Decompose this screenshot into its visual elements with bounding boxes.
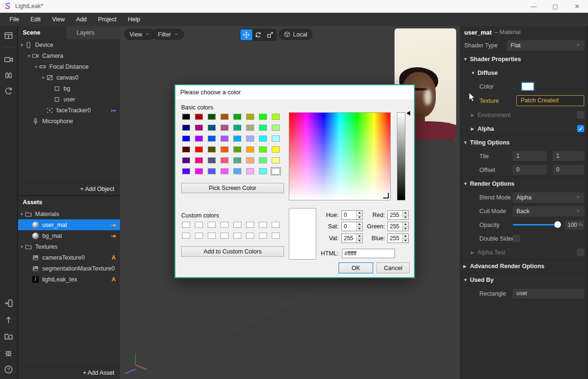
tile-x-field[interactable]: 1: [513, 151, 547, 161]
debug-icon[interactable]: [4, 348, 13, 358]
basic-color-19[interactable]: [220, 135, 230, 143]
basic-color-31[interactable]: [271, 145, 281, 153]
local-space-button[interactable]: Local: [279, 29, 312, 40]
basic-color-17[interactable]: [194, 135, 204, 143]
move-tool-button[interactable]: [240, 29, 252, 40]
spin-down[interactable]: [402, 238, 408, 243]
basic-color-5[interactable]: [245, 113, 255, 121]
offset-y-field[interactable]: 0: [552, 165, 584, 175]
basic-color-11[interactable]: [220, 124, 230, 132]
basic-color-46[interactable]: [258, 167, 268, 175]
custom-color-14[interactable]: [258, 232, 268, 240]
expand-arrow-icon[interactable]: ▾: [19, 212, 25, 217]
spin-up[interactable]: [356, 234, 362, 238]
tree-item-bg[interactable]: bg: [18, 83, 120, 94]
section-diffuse[interactable]: ▼Diffuse: [459, 66, 588, 80]
tree-item-focal-distance[interactable]: ▾Focal Distance: [18, 61, 120, 72]
asset-item-textures[interactable]: ▾Textures: [18, 241, 120, 252]
basic-color-0[interactable]: [181, 113, 191, 121]
custom-color-5[interactable]: [245, 221, 255, 229]
spin-down[interactable]: [356, 238, 362, 243]
camera-icon[interactable]: [4, 55, 13, 64]
basic-color-42[interactable]: [207, 167, 217, 175]
minimize-button[interactable]: —: [523, 0, 544, 13]
tree-item-microphone[interactable]: Microphone: [18, 116, 120, 126]
cancel-button[interactable]: Cancel: [377, 262, 410, 273]
custom-color-6[interactable]: [258, 221, 268, 229]
section-used-by[interactable]: ▼Used By: [459, 273, 588, 287]
basic-color-21[interactable]: [245, 135, 255, 143]
publish-icon[interactable]: [4, 315, 13, 325]
layout-icon[interactable]: [4, 31, 13, 40]
add-folder-icon[interactable]: [4, 332, 13, 341]
custom-color-4[interactable]: [232, 221, 242, 229]
basic-color-47[interactable]: [271, 167, 281, 175]
custom-color-15[interactable]: [271, 232, 281, 240]
red-spinbox[interactable]: 255: [387, 210, 409, 220]
basic-color-30[interactable]: [258, 145, 268, 153]
basic-color-23[interactable]: [271, 135, 281, 143]
hue-spinbox[interactable]: 0: [341, 210, 363, 220]
basic-color-39[interactable]: [271, 156, 281, 164]
basic-color-7[interactable]: [271, 113, 281, 121]
section-render-options[interactable]: ▼Render Options: [459, 177, 588, 190]
asset-item-segmentationmasktexture0[interactable]: segmentationMaskTexture0: [18, 263, 120, 274]
basic-color-41[interactable]: [194, 167, 204, 175]
basic-color-3[interactable]: [220, 113, 230, 121]
opacity-slider[interactable]: [513, 224, 560, 226]
custom-color-10[interactable]: [207, 232, 217, 240]
basic-color-1[interactable]: [194, 113, 204, 121]
basic-color-8[interactable]: [181, 124, 191, 132]
expand-arrow-icon[interactable]: ▾: [33, 64, 39, 69]
hue-saturation-gradient[interactable]: [289, 112, 391, 200]
section-tiling-options[interactable]: ▼Tiling Options: [459, 135, 588, 149]
alpha-test-checkbox[interactable]: [577, 249, 584, 256]
rotate-tool-button[interactable]: [252, 29, 264, 40]
html-input[interactable]: [342, 249, 395, 258]
environment-checkbox[interactable]: [577, 111, 584, 118]
basic-color-13[interactable]: [245, 124, 255, 132]
basic-color-24[interactable]: [181, 145, 191, 153]
basic-color-22[interactable]: [258, 135, 268, 143]
menu-add[interactable]: Add: [71, 13, 92, 26]
add-custom-colors-button[interactable]: Add to Custom Colors: [181, 246, 284, 257]
tile-y-field[interactable]: 1: [552, 151, 584, 161]
help-icon[interactable]: ?: [4, 365, 13, 374]
tree-item-device[interactable]: ▾Device: [18, 39, 120, 50]
pick-screen-color-button[interactable]: Pick Screen Color: [181, 183, 284, 193]
basic-color-27[interactable]: [220, 145, 230, 153]
expand-arrow-icon[interactable]: ▾: [40, 75, 46, 80]
tree-item-facetracker0[interactable]: faceTracker0↦: [18, 105, 120, 116]
basic-color-40[interactable]: [181, 167, 191, 175]
blend-mode-dropdown[interactable]: Alpha: [513, 192, 584, 203]
menu-help[interactable]: Help: [122, 13, 146, 26]
asset-item-bg-mat[interactable]: bg_mat⇥: [18, 230, 120, 241]
basic-color-2[interactable]: [207, 113, 217, 121]
offset-x-field[interactable]: 0: [513, 165, 547, 175]
tab-scene[interactable]: Scene: [18, 26, 66, 39]
diffuse-texture-field[interactable]: Patch Created: [516, 95, 584, 106]
asset-item-materials[interactable]: ▾Materials: [18, 208, 120, 219]
basic-color-44[interactable]: [232, 167, 242, 175]
basic-color-33[interactable]: [194, 156, 204, 164]
opacity-value[interactable]: 100 %: [565, 220, 584, 230]
opacity-slider-knob[interactable]: [554, 221, 561, 228]
expand-arrow-icon[interactable]: ▾: [19, 244, 25, 249]
basic-color-32[interactable]: [181, 156, 191, 164]
basic-color-20[interactable]: [232, 135, 242, 143]
custom-color-9[interactable]: [194, 232, 204, 240]
value-slider-arrow[interactable]: [406, 111, 410, 116]
section-alpha-test[interactable]: ▶Alpha Test: [459, 245, 588, 259]
add-asset-button[interactable]: + Add Asset: [18, 366, 120, 379]
basic-color-16[interactable]: [181, 135, 191, 143]
basic-color-6[interactable]: [258, 113, 268, 121]
diffuse-color-swatch[interactable]: [521, 82, 534, 91]
custom-color-8[interactable]: [181, 232, 191, 240]
close-button[interactable]: ✕: [566, 0, 588, 13]
custom-color-13[interactable]: [245, 232, 255, 240]
basic-color-14[interactable]: [258, 124, 268, 132]
blue-spinbox[interactable]: 255: [387, 234, 409, 243]
menu-view[interactable]: View: [46, 13, 71, 26]
asset-item-cameratexture0[interactable]: cameraTexture0A: [18, 252, 120, 263]
asset-item-lightleak-tex[interactable]: /lightLeak_texA: [18, 274, 120, 285]
